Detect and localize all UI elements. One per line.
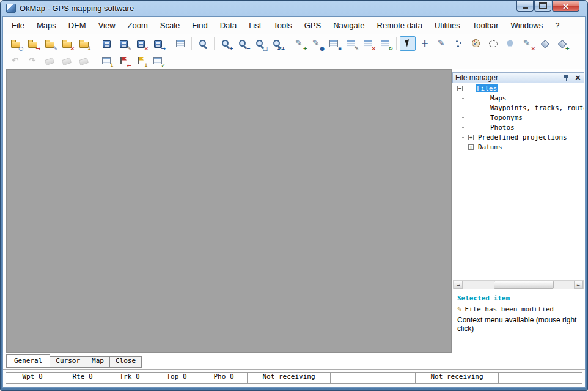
tree-item-photos[interactable]: Photos <box>489 124 516 132</box>
zoom-in-button[interactable]: + <box>218 36 233 51</box>
menu-item-view[interactable]: View <box>92 18 122 33</box>
edit-map-button[interactable]: ✎ <box>42 36 57 51</box>
icon-badge: ✎ <box>53 46 57 51</box>
menu-item-list[interactable]: List <box>243 18 267 33</box>
menu-item-toolbar[interactable]: Toolbar <box>466 18 505 33</box>
window-controls <box>516 1 579 12</box>
download-gps-button[interactable]: ↓ <box>133 53 149 68</box>
scroll-left-button[interactable] <box>454 281 463 289</box>
undo-button[interactable]: ↶ <box>7 53 23 68</box>
multipoint-tool-button[interactable] <box>451 36 467 51</box>
scrollbar-track[interactable] <box>463 281 574 289</box>
save-button[interactable] <box>98 36 114 51</box>
close-map-button[interactable]: × <box>59 36 75 51</box>
menu-item-dem[interactable]: DEM <box>62 18 92 33</box>
icon-badge: ↓ <box>87 46 92 51</box>
new-waypoint-button[interactable]: + <box>292 36 307 51</box>
tree-item-maps[interactable]: Maps <box>489 94 508 102</box>
move-data-button[interactable]: ↓ <box>98 53 114 68</box>
add-vertex-button[interactable]: + <box>554 36 570 51</box>
status-cell-toponyms: Top 0 <box>153 372 200 384</box>
pin-icon[interactable] <box>564 74 570 81</box>
menu-item-utilities[interactable]: Utilities <box>428 18 466 33</box>
tab-close[interactable]: Close <box>109 356 142 368</box>
lasso-tool-button[interactable] <box>485 36 501 51</box>
save-as-button[interactable]: ✎ <box>116 36 131 51</box>
minimize-button[interactable] <box>516 1 534 12</box>
open-recent-map-button[interactable]: → <box>24 36 40 51</box>
maximize-button[interactable] <box>534 1 551 12</box>
edit-waypoint-button[interactable]: ● <box>309 36 325 51</box>
zoom-window-button[interactable]: □ <box>252 36 268 51</box>
erase-routes-button[interactable] <box>76 53 92 68</box>
multipoint-tool-icon <box>454 39 464 48</box>
draw-tool-button[interactable] <box>434 36 450 51</box>
search-map-button[interactable] <box>195 36 211 51</box>
selected-item-heading: Selected item <box>457 294 582 302</box>
erase-draw-button[interactable]: × <box>520 36 535 51</box>
menu-item-file[interactable]: File <box>6 18 31 33</box>
tree-item-waypoints-tracks-routes[interactable]: Waypoints, tracks, routes <box>489 104 584 112</box>
redo-button[interactable]: ↷ <box>24 53 40 68</box>
status-bar: Wpt 0 Rte 0 Trk 0 Top 0 Pho 0 Not receiv… <box>3 369 585 387</box>
draw-tool-icon <box>437 39 447 48</box>
polygon-tool-button[interactable] <box>502 36 518 51</box>
menu-item-scale[interactable]: Scale <box>154 18 186 33</box>
menu-item-tools[interactable]: Tools <box>267 18 298 33</box>
scroll-right-button[interactable] <box>574 281 583 289</box>
toolbar-separator <box>396 37 397 50</box>
menu-item-windows[interactable]: Windows <box>504 18 549 33</box>
toolbar-row-1: ○→✎×↓✎×→+−□1:1+●▪✎×↻×+ <box>3 34 585 52</box>
tree-item-predefined-projections[interactable]: Predefined projections <box>477 133 568 141</box>
expand-icon[interactable] <box>468 144 474 150</box>
tree-item-datums[interactable]: Datums <box>477 143 504 151</box>
icon-badge: + <box>229 46 233 51</box>
panel-close-icon[interactable]: × <box>575 74 581 81</box>
import-map-button[interactable]: ↓ <box>76 36 92 51</box>
zoom-1-1-button[interactable]: 1:1 <box>269 36 285 51</box>
menu-item-data[interactable]: Data <box>214 18 243 33</box>
edit-track-button[interactable]: ✎ <box>343 36 359 51</box>
close-button[interactable] <box>552 1 579 12</box>
menu-item-navigate[interactable]: Navigate <box>327 18 370 33</box>
toolbar-separator <box>169 37 169 50</box>
zoom-out-button[interactable]: − <box>235 36 251 51</box>
toolbar-separator <box>288 37 288 50</box>
save-icon <box>103 40 111 48</box>
file-manager-tree: Files Maps Waypoints, tracks, routes Top… <box>452 83 584 279</box>
item-properties-button[interactable]: ✓ <box>150 53 166 68</box>
palette-tool-button[interactable] <box>468 36 484 51</box>
collapse-icon[interactable] <box>457 86 463 91</box>
export-data-button[interactable]: → <box>150 36 166 51</box>
vertex-tool-button[interactable] <box>537 36 553 51</box>
delete-track-button[interactable]: × <box>360 36 376 51</box>
horizontal-scrollbar[interactable] <box>453 280 584 289</box>
menu-item-help[interactable]: ? <box>549 18 565 33</box>
menu-item-remote-data[interactable]: Remote data <box>371 18 428 33</box>
tab-cursor[interactable]: Cursor <box>50 356 86 368</box>
data-grid-button[interactable] <box>172 36 188 51</box>
tree-item-files[interactable]: Files <box>476 84 498 92</box>
menu-item-maps[interactable]: Maps <box>31 18 62 33</box>
icon-badge: × <box>531 46 535 51</box>
expand-icon[interactable] <box>468 135 474 140</box>
erase-tracks-button[interactable] <box>59 53 75 68</box>
pan-tool-button[interactable] <box>417 36 433 51</box>
tab-map[interactable]: Map <box>86 356 110 368</box>
scrollbar-thumb[interactable] <box>494 281 554 289</box>
upload-gps-button[interactable]: ← <box>116 53 131 68</box>
menu-item-zoom[interactable]: Zoom <box>122 18 154 33</box>
track-table-button[interactable]: ▪ <box>326 36 342 51</box>
save-close-button[interactable]: × <box>133 36 149 51</box>
refresh-data-button[interactable]: ↻ <box>377 36 393 51</box>
map-canvas[interactable] <box>6 69 452 353</box>
menu-item-gps[interactable]: GPS <box>298 18 327 33</box>
select-tool-button[interactable] <box>400 36 416 51</box>
erase-waypoints-button[interactable] <box>42 53 57 68</box>
icon-badge: ↓ <box>109 63 114 69</box>
tab-general[interactable]: General <box>6 354 50 368</box>
status-cell-spacer <box>498 372 582 384</box>
tree-item-toponyms[interactable]: Toponyms <box>489 114 524 122</box>
menu-item-find[interactable]: Find <box>186 18 213 33</box>
open-map-button[interactable]: ○ <box>7 36 23 51</box>
